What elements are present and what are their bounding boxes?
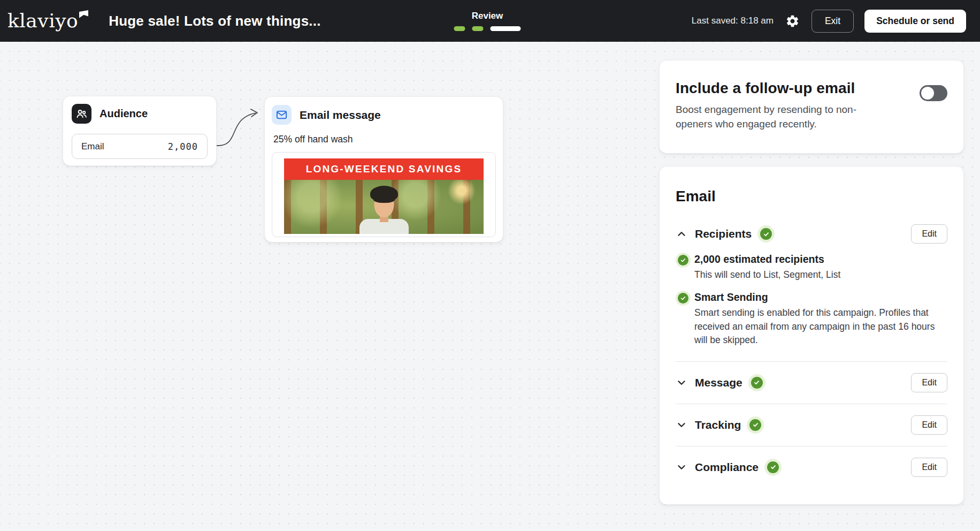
email-message-card-header: Email message xyxy=(272,105,496,125)
exit-button[interactable]: Exit xyxy=(811,10,854,33)
smart-sending-text: Smart Sending Smart sending is enabled f… xyxy=(694,291,939,347)
current-step-label: Review xyxy=(472,11,503,21)
chevron-down-icon[interactable] xyxy=(676,461,687,473)
chevron-down-icon[interactable] xyxy=(676,377,687,389)
section-row-message[interactable]: Message Edit xyxy=(676,362,947,404)
photo-person-hair xyxy=(370,186,398,202)
chevron-down-icon[interactable] xyxy=(676,419,687,431)
progress-pills xyxy=(454,26,521,31)
campaign-review-app: klaviyo Huge sale! Lots of new things...… xyxy=(0,0,980,531)
audience-node-card[interactable]: Audience Email 2,000 xyxy=(63,96,217,166)
recipients-details: 2,000 estimated recipients This will sen… xyxy=(676,253,947,347)
audience-card-header: Audience xyxy=(72,104,208,124)
estimated-recipient-count: 2,000 xyxy=(168,141,198,152)
klaviyo-logo[interactable]: klaviyo xyxy=(7,11,88,31)
message-edit-button[interactable]: Edit xyxy=(911,373,947,392)
recipients-edit-button[interactable]: Edit xyxy=(911,224,947,244)
tracking-edit-button[interactable]: Edit xyxy=(911,415,947,435)
header-right: Last saved: 8:18 am Exit Schedule or sen… xyxy=(692,10,966,33)
smart-sending-title: Smart Sending xyxy=(694,291,939,304)
section-row-tracking[interactable]: Tracking Edit xyxy=(676,404,947,446)
estimated-recipients-title: 2,000 estimated recipients xyxy=(694,253,840,266)
recipients-row-left: Recipients xyxy=(676,227,911,240)
followup-toggle-knob xyxy=(921,87,934,100)
channel-label: Email xyxy=(81,141,104,152)
audience-people-icon xyxy=(72,104,91,124)
message-section-label: Message xyxy=(695,376,742,389)
klaviyo-wordmark: klaviyo xyxy=(7,11,78,31)
progress-stepper: Review xyxy=(454,0,521,42)
followup-description: Boost engagement by resending to non-ope… xyxy=(676,103,892,132)
email-subject-line: 25% off hand wash xyxy=(273,134,496,145)
compliance-edit-button[interactable]: Edit xyxy=(911,458,947,477)
campaign-canvas: Audience Email 2,000 Email message 25% o… xyxy=(0,42,980,531)
smart-sending-description: Smart sending is enabled for this campai… xyxy=(694,306,939,347)
email-message-node-card[interactable]: Email message 25% off hand wash LONG-WEE… xyxy=(264,96,503,242)
compliance-section-label: Compliance xyxy=(695,461,759,474)
message-complete-check-icon xyxy=(751,377,763,389)
email-message-card-title: Email message xyxy=(300,109,381,122)
estimated-recipients-text: 2,000 estimated recipients This will sen… xyxy=(694,253,840,282)
klaviyo-flag-icon xyxy=(79,10,88,21)
compliance-row-left: Compliance xyxy=(676,461,911,474)
audience-card-title: Audience xyxy=(99,108,148,120)
estimated-recipients-item: 2,000 estimated recipients This will sen… xyxy=(676,253,947,282)
tracking-complete-check-icon xyxy=(749,419,761,431)
top-bar: klaviyo Huge sale! Lots of new things...… xyxy=(0,0,980,42)
email-review-title: Email xyxy=(676,188,947,205)
recipients-section-label: Recipients xyxy=(695,227,752,240)
campaign-title: Huge sale! Lots of new things... xyxy=(109,13,320,29)
header-left: klaviyo Huge sale! Lots of new things... xyxy=(7,11,321,31)
estimated-recipients-check-icon xyxy=(676,253,688,282)
progress-step-2-complete xyxy=(472,26,484,31)
email-review-card: Email Recipients Edit xyxy=(659,166,964,505)
schedule-or-send-button[interactable]: Schedule or send xyxy=(864,10,966,33)
smart-sending-check-icon xyxy=(676,291,688,347)
settings-gear-icon[interactable] xyxy=(784,13,801,29)
email-preview-photo xyxy=(284,180,484,234)
email-preview-thumbnail[interactable]: LONG-WEEKEND SAVINGS xyxy=(272,152,496,237)
tracking-section-label: Tracking xyxy=(695,419,741,431)
followup-toggle[interactable] xyxy=(920,85,947,101)
followup-title: Include a follow-up email xyxy=(676,80,947,97)
last-saved-text: Last saved: 8:18 am xyxy=(692,16,774,26)
progress-step-1-complete xyxy=(454,26,465,31)
estimated-recipients-description: This will send to List, Segment, List xyxy=(694,268,840,282)
audience-email-channel-row[interactable]: Email 2,000 xyxy=(72,134,208,159)
section-row-compliance[interactable]: Compliance Edit xyxy=(676,446,947,488)
email-preview-banner: LONG-WEEKEND SAVINGS xyxy=(284,158,484,180)
smart-sending-item: Smart Sending Smart sending is enabled f… xyxy=(676,291,947,347)
progress-step-3-current xyxy=(491,26,521,31)
tracking-row-left: Tracking xyxy=(676,419,911,431)
recipients-complete-check-icon xyxy=(760,228,772,240)
chevron-up-icon[interactable] xyxy=(676,228,687,240)
compliance-complete-check-icon xyxy=(767,461,779,473)
section-row-recipients[interactable]: Recipients Edit xyxy=(676,224,947,244)
envelope-icon xyxy=(272,105,292,125)
followup-email-card: Include a follow-up email Boost engageme… xyxy=(659,60,964,154)
message-row-left: Message xyxy=(676,376,911,389)
